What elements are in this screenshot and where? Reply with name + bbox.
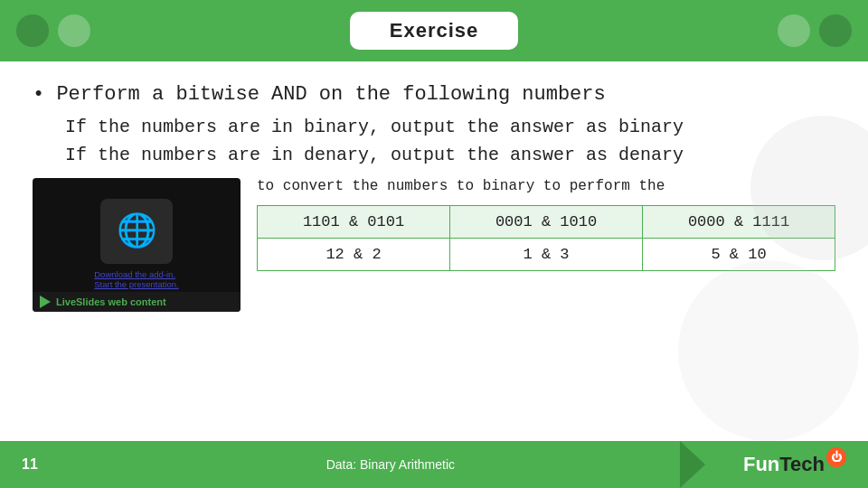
video-thumbnail[interactable]: 🌐 LiveSlides web content Download the ad… xyxy=(33,178,241,312)
exercise-table: 1101 & 0101 0001 & 1010 0000 & 1111 12 &… xyxy=(257,205,835,271)
bullet-point-row: • Perform a bitwise AND on the following… xyxy=(33,81,835,109)
bottom-bar: 11 Data: Binary Arithmetic FunTech ⏻ xyxy=(0,441,868,488)
circle-2 xyxy=(58,14,90,47)
table-cell-r2c2: 1 & 3 xyxy=(450,238,643,270)
circle-3 xyxy=(778,14,810,47)
globe-icon: 🌐 xyxy=(117,211,157,251)
top-left-circles xyxy=(16,14,90,47)
funtech-logo: FunTech ⏻ xyxy=(743,453,846,476)
right-content: to convert the numbers to binary to perf… xyxy=(257,178,835,271)
power-icon: ⏻ xyxy=(826,447,846,467)
table-cell-r1c2: 0001 & 1010 xyxy=(450,205,643,238)
liveslides-label: LiveSlides web content xyxy=(56,296,166,307)
video-links: Download the add-in. Start the presentat… xyxy=(87,267,185,291)
deco-circle-bottom-right xyxy=(678,260,859,441)
circle-1 xyxy=(16,14,49,47)
main-bullet-text: • Perform a bitwise AND on the following… xyxy=(33,81,606,109)
exercise-badge: Exercise xyxy=(350,12,519,50)
start-link[interactable]: Start the presentation. xyxy=(94,279,178,289)
bottom-bar-inner: 11 Data: Binary Arithmetic FunTech ⏻ xyxy=(0,453,868,476)
indent-line-1: If the numbers are in binary, output the… xyxy=(33,113,835,141)
slide-number: 11 xyxy=(22,456,38,473)
footer-center-text: Data: Binary Arithmetic xyxy=(326,457,455,472)
top-bar: Exercise xyxy=(0,0,868,61)
video-play-badge: LiveSlides web content xyxy=(33,292,241,312)
table-cell-r1c1: 1101 & 0101 xyxy=(258,205,450,238)
indent-line-2: If the numbers are in denary, output the… xyxy=(33,141,835,169)
play-icon xyxy=(40,296,51,308)
fun-text: Fun xyxy=(743,453,779,475)
download-link[interactable]: Download the add-in. xyxy=(94,269,175,279)
convert-text: to convert the numbers to binary to perf… xyxy=(257,178,835,194)
table-row-1: 1101 & 0101 0001 & 1010 0000 & 1111 xyxy=(258,205,835,238)
chevron-right xyxy=(680,441,705,488)
tech-text: Tech xyxy=(779,453,825,475)
table-cell-r2c1: 12 & 2 xyxy=(258,238,450,270)
circle-4 xyxy=(819,14,852,47)
top-right-circles xyxy=(778,14,852,47)
video-thumb-inner: 🌐 xyxy=(100,199,173,264)
funtech-logo-text: FunTech xyxy=(743,453,825,476)
